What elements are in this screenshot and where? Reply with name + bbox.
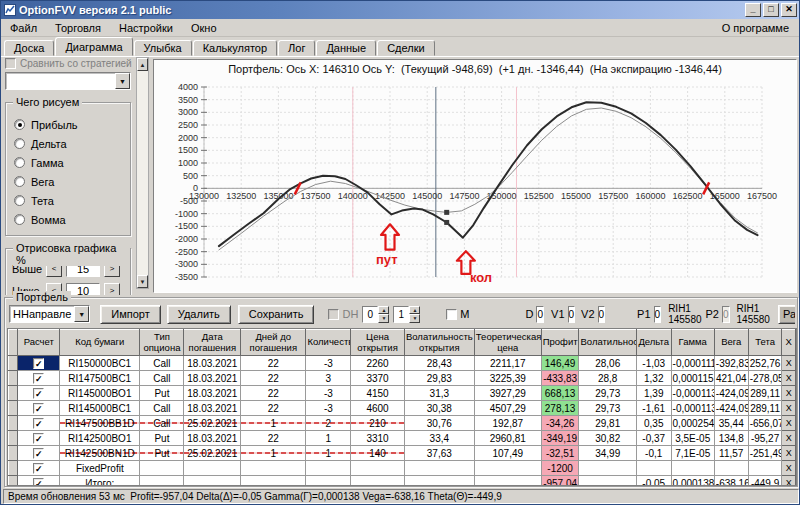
m-checkbox[interactable] [446, 309, 457, 320]
menu-trading[interactable]: Торговля [46, 20, 110, 36]
cell-vega[interactable]: 35,44 [714, 416, 748, 431]
calc-checkbox[interactable] [33, 463, 44, 474]
cell-theor[interactable]: 3927,29 [474, 386, 541, 401]
delete-button[interactable]: Удалить [167, 305, 231, 324]
p2-input[interactable]: 0 [722, 306, 730, 323]
cell-profit[interactable]: -34,26 [541, 416, 579, 431]
v1-input[interactable]: 0 [568, 306, 576, 323]
cell-date[interactable]: 18.03.2021 [184, 356, 241, 371]
cell-profit[interactable]: -32,51 [541, 446, 579, 461]
table-row[interactable]: RI147500BB1DCall25.02.20211221030,76192,… [9, 416, 796, 431]
radio-vomma[interactable] [14, 214, 25, 225]
scroll-down-icon[interactable]: ▼ [137, 275, 148, 288]
cell-code[interactable]: RI145000BO1 [60, 386, 140, 401]
column-header-5[interactable]: Количество [306, 330, 351, 356]
cell-date[interactable] [184, 461, 241, 476]
radio-vega[interactable] [14, 176, 25, 187]
cell-profit[interactable]: 146,49 [541, 356, 579, 371]
cell-profit[interactable]: -349,19 [541, 431, 579, 446]
cell-vega[interactable]: -424,09 [714, 401, 748, 416]
radio-theta[interactable] [14, 195, 25, 206]
cell-open_price[interactable]: 4600 [351, 401, 405, 416]
cell-vol[interactable] [579, 461, 636, 476]
cell-profit[interactable]: 278,13 [541, 401, 579, 416]
calc-checkbox[interactable] [33, 418, 44, 429]
cell-theta[interactable]: 289,11 [748, 386, 782, 401]
cell-delta[interactable]: -0,1 [636, 446, 671, 461]
cell-days[interactable]: 22 [241, 371, 306, 386]
cell-date[interactable]: 18.03.2021 [184, 371, 241, 386]
left-panel-scrollbar[interactable]: ▲ ▼ [136, 57, 149, 289]
cell-open_price[interactable] [351, 476, 405, 487]
cell-qty[interactable]: 1 [306, 446, 351, 461]
row-delete-button[interactable]: X [782, 401, 796, 416]
column-header-10[interactable]: Волатильность [579, 330, 636, 356]
cell-code[interactable]: RI147500BC1 [60, 371, 140, 386]
cell-code[interactable]: RI142500BN1D [60, 446, 140, 461]
cell-open_price[interactable]: 210 [351, 416, 405, 431]
cell-days[interactable]: 22 [241, 401, 306, 416]
row-calc-checkbox-cell[interactable] [18, 431, 60, 446]
cell-vega[interactable]: -638,16 [714, 476, 748, 487]
cell-days[interactable]: 1 [241, 446, 306, 461]
cell-theta[interactable]: -449,9 [748, 476, 782, 487]
scroll-up-icon[interactable]: ▲ [137, 58, 148, 71]
cell-open_vol[interactable]: 28,43 [404, 356, 474, 371]
cell-theta[interactable]: -95,27 [748, 431, 782, 446]
column-header-3[interactable]: Дата погашения [184, 330, 241, 356]
cell-code[interactable]: Итого: [60, 476, 140, 487]
calc-checkbox[interactable] [33, 478, 44, 487]
cell-open_vol[interactable]: 30,76 [404, 416, 474, 431]
column-header-6[interactable]: Цена открытия [351, 330, 405, 356]
cell-open_price[interactable]: 140 [351, 446, 405, 461]
dh-spinner-2[interactable]: 1▲▼ [393, 306, 420, 323]
minimize-button[interactable]: _ [745, 3, 761, 17]
chevron-down-icon[interactable]: ▼ [115, 73, 130, 89]
cell-type[interactable]: Put [140, 386, 184, 401]
cell-date[interactable]: 18.03.2021 [184, 431, 241, 446]
cell-open_vol[interactable]: 37,63 [404, 446, 474, 461]
radio-gamma[interactable] [14, 157, 25, 168]
dh-checkbox[interactable] [328, 309, 339, 320]
v2-input[interactable]: 0 [598, 306, 606, 323]
radio-delta[interactable] [14, 138, 25, 149]
cell-theor[interactable]: 4507,29 [474, 401, 541, 416]
cell-profit[interactable]: -433,83 [541, 371, 579, 386]
cell-qty[interactable]: -3 [306, 356, 351, 371]
row-calc-checkbox-cell[interactable] [18, 386, 60, 401]
column-header-11[interactable]: Дельта [636, 330, 671, 356]
chevron-down-icon[interactable]: ▼ [74, 306, 89, 322]
cell-open_vol[interactable]: 31,3 [404, 386, 474, 401]
cell-theta[interactable]: 289,11 [748, 401, 782, 416]
cell-vol[interactable]: 28,06 [579, 356, 636, 371]
close-button[interactable]: ✕ [781, 3, 797, 17]
cell-open_vol[interactable]: 33,4 [404, 431, 474, 446]
column-header-12[interactable]: Гамма [671, 330, 714, 356]
cell-qty[interactable]: -3 [306, 386, 351, 401]
cell-gamma[interactable]: 3,5E-05 [671, 431, 714, 446]
cell-theor[interactable] [474, 476, 541, 487]
tab-log[interactable]: Лог [278, 40, 315, 56]
cell-open_vol[interactable] [404, 476, 474, 487]
cell-delta[interactable]: 1,39 [636, 386, 671, 401]
cell-qty[interactable]: 3 [306, 371, 351, 386]
dh-spinner-1[interactable]: 0▲▼ [362, 306, 389, 323]
cell-days[interactable] [241, 461, 306, 476]
cell-type[interactable] [140, 461, 184, 476]
cell-vol[interactable]: 29,73 [579, 386, 636, 401]
cell-delta[interactable]: 1,32 [636, 371, 671, 386]
row-delete-button[interactable]: X [782, 416, 796, 431]
table-row[interactable]: RI145000BO1Put18.03.202122-3415031,33927… [9, 386, 796, 401]
cell-vega[interactable] [714, 461, 748, 476]
column-header-7[interactable]: Волатильность открытия [404, 330, 474, 356]
cell-type[interactable]: Call [140, 401, 184, 416]
cell-qty[interactable]: -3 [306, 401, 351, 416]
cell-vega[interactable]: 11,57 [714, 446, 748, 461]
cell-profit[interactable]: 668,13 [541, 386, 579, 401]
cell-gamma[interactable]: 0,000138 [671, 476, 714, 487]
calc-checkbox[interactable] [33, 358, 44, 369]
row-calc-checkbox-cell[interactable] [18, 461, 60, 476]
menu-window[interactable]: Окно [182, 20, 226, 36]
calc-checkbox[interactable] [33, 388, 44, 399]
column-header-0[interactable]: Расчет [18, 330, 60, 356]
